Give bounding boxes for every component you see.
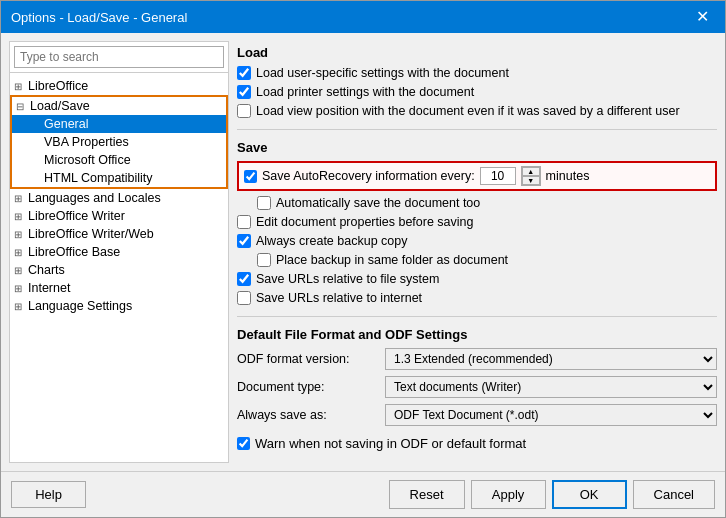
checkbox-load-view[interactable] [237,104,251,118]
tree-item-internet[interactable]: ⊞ Internet [10,279,228,297]
tree-item-langsettings[interactable]: ⊞ Language Settings [10,297,228,315]
label-edit-props: Edit document properties before saving [256,215,474,229]
label-backup-same: Place backup in same folder as document [276,253,508,267]
dropdown-doc-type: Document type: Text documents (Writer) [237,376,717,398]
expander-icon: ⊟ [16,101,30,112]
checkbox-urls-inet[interactable] [237,291,251,305]
tree-item-languages[interactable]: ⊞ Languages and Locales [10,189,228,207]
load-section-title: Load [237,45,717,60]
checkbox-backup[interactable] [237,234,251,248]
help-button[interactable]: Help [11,481,86,508]
expander-icon: ⊞ [14,247,28,258]
expander-icon: ⊞ [14,211,28,222]
option-load-view: Load view position with the document eve… [237,104,717,118]
tree-label: LibreOffice Base [28,245,120,259]
option-load-printer: Load printer settings with the document [237,85,717,99]
checkbox-edit-props[interactable] [237,215,251,229]
select-doc-type[interactable]: Text documents (Writer) [385,376,717,398]
dropdown-odf-version: ODF format version: 1.3 Extended (recomm… [237,348,717,370]
select-always-save[interactable]: ODF Text Document (*.odt) [385,404,717,426]
checkbox-warn[interactable] [237,437,250,450]
tree-label: Language Settings [28,299,132,313]
checkbox-load-user[interactable] [237,66,251,80]
tree-item-loadsave[interactable]: ⊟ Load/Save [12,97,226,115]
warn-row: Warn when not saving in ODF or default f… [237,436,717,451]
tree-label: Internet [28,281,70,295]
tree-label: Load/Save [30,99,90,113]
option-urls-fs: Save URLs relative to file system [237,272,717,286]
checkbox-urls-fs[interactable] [237,272,251,286]
spin-down-button[interactable]: ▼ [522,176,540,185]
default-section-title: Default File Format and ODF Settings [237,327,717,342]
option-urls-inet: Save URLs relative to internet [237,291,717,305]
tree-item-libreoffice[interactable]: ⊞ LibreOffice [10,77,228,95]
label-always-save: Always save as: [237,408,377,422]
search-box [10,42,228,73]
expander-icon: ⊞ [14,229,28,240]
reset-button[interactable]: Reset [389,480,465,509]
title-bar: Options - Load/Save - General ✕ [1,1,725,33]
option-backup-same: Place backup in same folder as document [237,253,717,267]
cancel-button[interactable]: Cancel [633,480,715,509]
apply-button[interactable]: Apply [471,480,546,509]
option-load-user: Load user-specific settings with the doc… [237,66,717,80]
label-odf-version: ODF format version: [237,352,377,366]
tree-item-writerweb[interactable]: ⊞ LibreOffice Writer/Web [10,225,228,243]
expander-icon: ⊞ [14,265,28,276]
label-urls-fs: Save URLs relative to file system [256,272,439,286]
content-area: ⊞ LibreOffice ⊟ Load/Save General [1,33,725,471]
label-load-view: Load view position with the document eve… [256,104,680,118]
option-backup: Always create backup copy [237,234,717,248]
label-doc-type: Document type: [237,380,377,394]
label-warn: Warn when not saving in ODF or default f… [255,436,526,451]
autorecover-value-input[interactable] [480,167,516,185]
bottom-bar: Help Reset Apply OK Cancel [1,471,725,517]
tree-item-html[interactable]: HTML Compatibility [12,169,226,187]
select-odf-version[interactable]: 1.3 Extended (recommended) [385,348,717,370]
expander-icon: ⊞ [14,283,28,294]
label-load-user: Load user-specific settings with the doc… [256,66,509,80]
label-autorecover: Save AutoRecovery information every: [262,169,475,183]
checkbox-load-printer[interactable] [237,85,251,99]
dialog-title: Options - Load/Save - General [11,10,187,25]
tree-label: LibreOffice Writer [28,209,125,223]
label-backup: Always create backup copy [256,234,407,248]
tree-label: Microsoft Office [44,153,131,167]
tree-item-charts[interactable]: ⊞ Charts [10,261,228,279]
bottom-right-buttons: Reset Apply OK Cancel [389,480,715,509]
label-urls-inet: Save URLs relative to internet [256,291,422,305]
left-panel: ⊞ LibreOffice ⊟ Load/Save General [9,41,229,463]
tree-item-writer[interactable]: ⊞ LibreOffice Writer [10,207,228,225]
tree-item-base[interactable]: ⊞ LibreOffice Base [10,243,228,261]
checkbox-autorecover[interactable] [244,170,257,183]
tree-label: LibreOffice [28,79,88,93]
tree-label: Languages and Locales [28,191,161,205]
tree-area: ⊞ LibreOffice ⊟ Load/Save General [10,73,228,462]
option-auto-save: Automatically save the document too [237,196,717,210]
label-auto-save: Automatically save the document too [276,196,480,210]
save-section-title: Save [237,140,717,155]
tree-group-loadsave: ⊟ Load/Save General VBA Properties Micro… [10,95,228,189]
ok-button[interactable]: OK [552,480,627,509]
expander-icon: ⊞ [14,301,28,312]
options-dialog: Options - Load/Save - General ✕ ⊞ LibreO… [0,0,726,518]
spin-buttons: ▲ ▼ [521,166,541,186]
tree-label: General [44,117,88,131]
dropdown-always-save: Always save as: ODF Text Document (*.odt… [237,404,717,426]
tree-label: HTML Compatibility [44,171,153,185]
tree-item-general[interactable]: General [12,115,226,133]
tree-item-msoffice[interactable]: Microsoft Office [12,151,226,169]
search-input[interactable] [14,46,224,68]
expander-icon: ⊞ [14,193,28,204]
tree-item-vba[interactable]: VBA Properties [12,133,226,151]
right-panel: Load Load user-specific settings with th… [237,41,717,463]
checkbox-backup-same[interactable] [257,253,271,267]
tree-label: Charts [28,263,65,277]
tree-label: LibreOffice Writer/Web [28,227,154,241]
checkbox-auto-save[interactable] [257,196,271,210]
autorecover-row: Save AutoRecovery information every: ▲ ▼… [237,161,717,191]
spin-up-button[interactable]: ▲ [522,167,540,176]
option-edit-props: Edit document properties before saving [237,215,717,229]
label-minutes: minutes [546,169,590,183]
close-button[interactable]: ✕ [690,7,715,27]
